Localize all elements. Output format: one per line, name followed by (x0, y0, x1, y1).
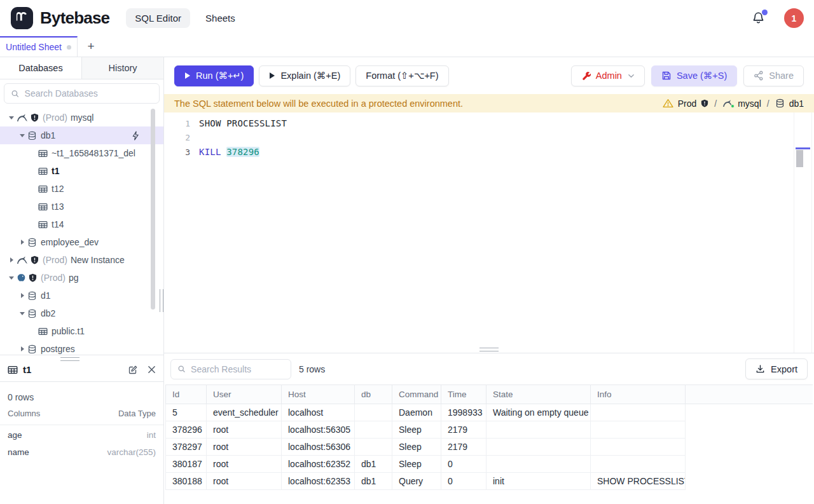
table-row[interactable]: 380188rootlocalhost:62353db1Query0initSH… (166, 473, 813, 490)
column-header-info[interactable]: Info (591, 385, 686, 404)
tree-item-d1[interactable]: d1 (0, 287, 163, 304)
table-row[interactable]: 380187rootlocalhost:62352db1Sleep0 (166, 456, 813, 473)
cell[interactable] (355, 439, 392, 456)
cell[interactable] (486, 421, 591, 439)
tree-item-public-t1[interactable]: public.t1 (0, 322, 163, 340)
cell[interactable]: 2179 (441, 421, 486, 439)
caret-right-icon[interactable] (6, 257, 17, 262)
column-header-user[interactable]: User (207, 385, 282, 404)
cell[interactable]: Sleep (392, 456, 441, 473)
nav-sql-editor[interactable]: SQL Editor (126, 8, 190, 28)
cell[interactable]: 0 (441, 473, 486, 490)
tree-item-pg[interactable]: (Prod)pg (0, 269, 163, 287)
breadcrumb-database[interactable]: db1 (789, 99, 804, 109)
cell[interactable]: db1 (355, 456, 392, 473)
column-header-host[interactable]: Host (282, 385, 355, 404)
tree-item-db2[interactable]: db2 (0, 304, 163, 322)
tree-item-employee-dev[interactable]: employee_dev (0, 233, 163, 251)
code-line[interactable]: 3KILL 378296 (164, 145, 814, 160)
cell[interactable]: SHOW PROCESSLIST (591, 473, 686, 490)
breadcrumb-environment[interactable]: Prod (678, 99, 697, 109)
cell[interactable]: root (207, 439, 282, 456)
cell[interactable] (355, 404, 392, 421)
lightning-icon[interactable] (132, 131, 139, 140)
sidebar-scrollbar[interactable] (151, 109, 155, 310)
admin-mode-button[interactable]: Admin (571, 65, 645, 86)
cell[interactable]: Sleep (392, 439, 441, 456)
sheet-tab-untitled[interactable]: Untitled Sheet (0, 36, 78, 57)
cell[interactable]: db1 (355, 473, 392, 490)
caret-down-icon[interactable] (6, 116, 17, 119)
explain-button[interactable]: Explain (⌘+E) (259, 65, 350, 86)
editor-scrollbar-thumb[interactable] (796, 150, 803, 167)
code-line[interactable]: 1SHOW PROCESSLIST (164, 116, 814, 131)
cell[interactable]: 378296 (166, 421, 207, 439)
code-line[interactable]: 2 (164, 131, 814, 146)
cell[interactable]: 1998933 (441, 404, 486, 421)
tree-item-t13[interactable]: t13 (0, 198, 163, 215)
cell[interactable]: event_scheduler (207, 404, 282, 421)
tree-item-mysql[interactable]: (Prod)mysql (0, 109, 163, 126)
caret-down-icon[interactable] (6, 276, 17, 280)
tab-history[interactable]: History (82, 57, 163, 79)
breadcrumb-instance[interactable]: mysql (738, 99, 761, 109)
sql-editor[interactable]: 1SHOW PROCESSLIST23KILL 378296 (164, 112, 814, 353)
save-button[interactable]: Save (⌘+S) (651, 65, 737, 86)
tree-item-db1[interactable]: db1 (0, 126, 163, 144)
cell[interactable]: root (207, 473, 282, 490)
new-sheet-button[interactable]: + (78, 36, 104, 57)
cell[interactable]: root (207, 456, 282, 473)
edit-icon[interactable] (128, 365, 138, 375)
tree-item-t14[interactable]: t14 (0, 215, 163, 233)
cell[interactable]: localhost:56305 (282, 421, 355, 439)
caret-right-icon[interactable] (17, 240, 27, 245)
avatar[interactable]: 1 (784, 8, 804, 28)
cell[interactable]: root (207, 421, 282, 439)
tree-item-t1-1658481371-del[interactable]: ~t1_1658481371_del (0, 144, 163, 162)
column-header-id[interactable]: Id (166, 385, 207, 404)
database-search-input[interactable] (25, 88, 153, 99)
export-button[interactable]: Export (745, 358, 808, 379)
results-resize-handle[interactable] (479, 348, 499, 351)
cell[interactable]: 2179 (441, 439, 486, 456)
caret-right-icon[interactable] (17, 346, 27, 351)
caret-down-icon[interactable] (17, 134, 27, 137)
cell[interactable]: 380187 (166, 456, 207, 473)
caret-right-icon[interactable] (17, 293, 27, 298)
column-header-time[interactable]: Time (441, 385, 486, 404)
table-row[interactable]: 5event_schedulerlocalhostDaemon1998933Wa… (166, 404, 813, 421)
schema-panel-resize-handle[interactable] (60, 357, 79, 361)
cell[interactable] (591, 456, 686, 473)
cell[interactable] (591, 421, 686, 439)
cell[interactable]: 0 (441, 456, 486, 473)
close-icon[interactable] (148, 365, 156, 374)
column-header-db[interactable]: db (355, 385, 392, 404)
cell[interactable]: Sleep (392, 421, 441, 439)
cell[interactable]: localhost:56306 (282, 439, 355, 456)
sidebar-resize-handle[interactable] (160, 289, 163, 312)
results-search-input[interactable] (191, 364, 284, 374)
cell[interactable] (486, 439, 591, 456)
cell[interactable]: Waiting on empty queue (486, 404, 591, 421)
cell[interactable]: localhost (282, 404, 355, 421)
tree-item-new-instance[interactable]: (Prod)New Instance (0, 251, 163, 269)
column-header-state[interactable]: State (486, 385, 591, 404)
cell[interactable]: 380188 (166, 473, 207, 490)
tree-item-t1[interactable]: t1 (0, 162, 163, 180)
run-button[interactable]: Run (⌘+↵) (174, 65, 254, 86)
cell[interactable] (591, 439, 686, 456)
cell[interactable]: init (486, 473, 591, 490)
cell[interactable]: Query (392, 473, 441, 490)
tree-item-postgres[interactable]: postgres (0, 340, 163, 355)
cell[interactable] (355, 421, 392, 439)
cell[interactable] (486, 456, 591, 473)
results-search-box[interactable] (170, 359, 291, 379)
caret-down-icon[interactable] (17, 312, 27, 315)
database-search-box[interactable] (4, 83, 160, 104)
cell[interactable]: 5 (166, 404, 207, 421)
cell[interactable]: 378297 (166, 439, 207, 456)
cell[interactable]: localhost:62352 (282, 456, 355, 473)
cell[interactable] (591, 404, 686, 421)
cell[interactable]: Daemon (392, 404, 441, 421)
table-row[interactable]: 378296rootlocalhost:56305Sleep2179 (166, 421, 813, 439)
